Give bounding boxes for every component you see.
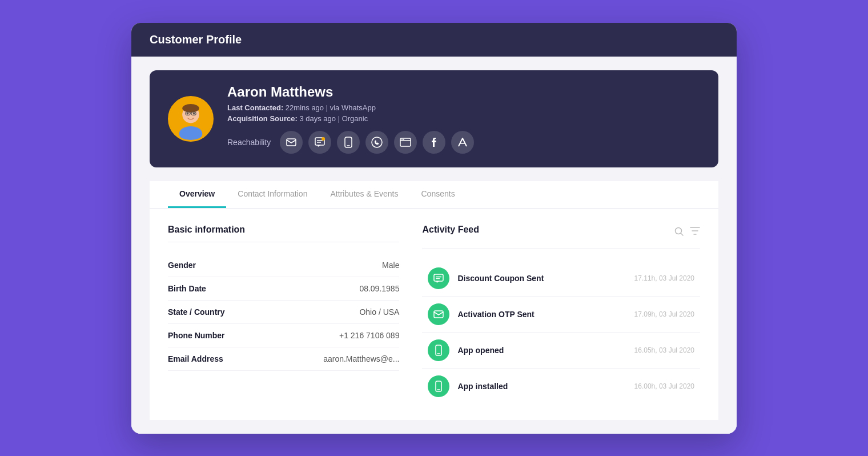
activity-item: Activation OTP Sent 17.09h, 03 Jul 2020 (422, 297, 700, 333)
facebook-channel-icon[interactable] (423, 131, 445, 154)
browser-channel-icon[interactable] (394, 131, 417, 154)
svg-point-20 (403, 139, 404, 140)
svg-point-19 (401, 139, 403, 140)
svg-point-13 (322, 137, 325, 141)
basic-info-divider (168, 242, 399, 242)
gender-label: Gender (168, 261, 196, 270)
info-row-gender: Gender Male (168, 254, 399, 277)
page-title: Customer Profile (150, 33, 242, 46)
activity-feed-title: Activity Feed (422, 225, 479, 235)
tab-attributes-events[interactable]: Attributes & Events (319, 181, 409, 208)
activity-item-time: 16.00h, 03 Jul 2020 (634, 382, 694, 390)
profile-banner: Aaron Matthews Last Contacted: 22mins ag… (150, 70, 718, 167)
tab-consents[interactable]: Consents (410, 181, 467, 208)
tab-contact-information[interactable]: Contact Information (226, 181, 319, 208)
svg-point-16 (372, 137, 382, 147)
activity-item: Discount Coupon Sent 17.11h, 03 Jul 2020 (422, 261, 700, 297)
state-label: State / Country (168, 307, 225, 317)
content-area: Overview Contact Information Attributes … (150, 181, 718, 420)
svg-point-1 (179, 126, 203, 141)
sms-channel-icon[interactable] (308, 131, 331, 154)
svg-line-22 (681, 233, 683, 235)
activity-item-text: App opened (457, 346, 626, 355)
svg-point-5 (193, 112, 195, 114)
state-value: Ohio / USA (359, 307, 399, 317)
activity-item-time: 17.11h, 03 Jul 2020 (634, 274, 694, 282)
birthdate-label: Birth Date (168, 284, 206, 293)
activity-item-text: App installed (457, 382, 626, 391)
tab-overview[interactable]: Overview (168, 181, 226, 208)
avatar-image (170, 96, 212, 142)
activity-list: Discount Coupon Sent 17.11h, 03 Jul 2020… (422, 261, 700, 404)
whatsapp-channel-icon[interactable] (365, 131, 388, 154)
card-header: Customer Profile (131, 23, 737, 57)
customer-profile-card: Customer Profile (131, 23, 737, 434)
basic-info-section: Basic information Gender Male Birth Date… (168, 225, 399, 404)
activity-item-text: Activation OTP Sent (457, 310, 626, 319)
svg-point-4 (187, 112, 189, 114)
email-value: aaron.Matthews@e... (323, 354, 399, 363)
reachability-label: Reachability (227, 138, 271, 147)
svg-point-3 (182, 104, 199, 113)
info-row-email: Email Address aaron.Matthews@e... (168, 347, 399, 371)
email-label: Email Address (168, 354, 223, 363)
activity-item-text: Discount Coupon Sent (457, 274, 626, 283)
activity-mobile-icon (428, 375, 449, 397)
activity-header: Activity Feed (422, 225, 700, 242)
tabs-bar: Overview Contact Information Attributes … (150, 181, 718, 209)
activity-item-time: 17.09h, 03 Jul 2020 (634, 310, 694, 318)
profile-acquisition: Acquisition Source: 3 days ago | Organic (227, 114, 700, 123)
main-content: Basic information Gender Male Birth Date… (150, 209, 718, 420)
phone-label: Phone Number (168, 331, 225, 340)
info-row-phone: Phone Number +1 216 7106 089 (168, 324, 399, 347)
card-body: Aaron Matthews Last Contacted: 22mins ag… (131, 57, 737, 434)
profile-name: Aaron Matthews (227, 84, 700, 100)
profile-last-contacted: Last Contacted: 22mins ago | via WhatsAp… (227, 103, 700, 112)
email-channel-icon[interactable] (280, 131, 303, 154)
appsflyer-channel-icon[interactable] (451, 131, 474, 154)
svg-rect-23 (434, 274, 443, 281)
activity-item: App installed 16.00h, 03 Jul 2020 (422, 369, 700, 404)
reachability-row: Reachability (227, 131, 700, 154)
activity-search-icon[interactable] (674, 226, 684, 239)
activity-item: App opened 16.05h, 03 Jul 2020 (422, 333, 700, 369)
avatar (168, 96, 214, 142)
activity-filter-icon[interactable] (690, 226, 700, 239)
activity-mobile-icon (428, 339, 449, 361)
activity-feed-section: Activity Feed (422, 225, 700, 404)
activity-item-time: 16.05h, 03 Jul 2020 (634, 346, 694, 354)
info-row-birthdate: Birth Date 08.09.1985 (168, 277, 399, 301)
avatar-wrap (168, 96, 214, 142)
basic-info-title: Basic information (168, 225, 399, 235)
gender-value: Male (382, 261, 399, 270)
profile-info: Aaron Matthews Last Contacted: 22mins ag… (227, 84, 700, 154)
svg-rect-9 (287, 139, 296, 146)
info-row-state: State / Country Ohio / USA (168, 301, 399, 324)
svg-rect-26 (434, 311, 443, 318)
birthdate-value: 08.09.1985 (359, 284, 399, 293)
phone-value: +1 216 7106 089 (339, 331, 400, 340)
activity-email-icon (428, 303, 449, 325)
phone-channel-icon[interactable] (337, 131, 360, 154)
activity-sms-icon (428, 267, 449, 289)
activity-actions (674, 226, 700, 239)
activity-divider (422, 249, 700, 249)
